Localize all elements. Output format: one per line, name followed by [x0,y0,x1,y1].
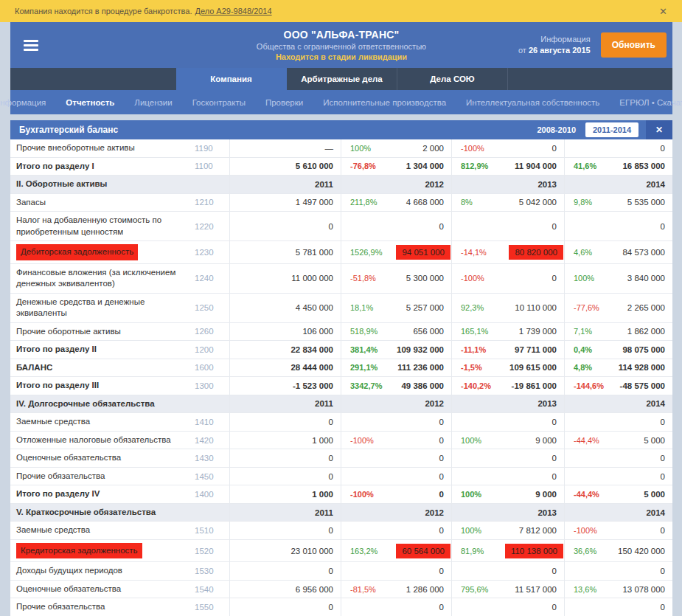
pct-change: 41,6% [565,162,596,170]
year-label: 2012 [425,399,451,408]
row-name: Прочие внеоборотные активы [16,143,135,152]
year-label: 2011 [315,180,341,189]
value-2012: 0 [439,454,451,463]
row-name: Оценочные обязательства [16,584,121,593]
banner-close-icon[interactable]: ✕ [659,6,667,17]
value-2012: 0 [439,418,451,426]
subnav-item-1[interactable]: Отчетность [66,98,114,107]
value-2011: 0 [329,603,341,612]
pct-change: -140,2% [452,381,491,390]
value-2011: -1 523 000 [293,381,341,390]
value-2011: 1 000 [312,490,341,499]
row-code: 1250 [195,303,229,312]
pct-change: 163,2% [341,547,377,556]
year-label: 2013 [537,508,564,517]
table-row: Итого по разделу I11005 610 000-76,8%1 3… [10,158,672,176]
info-from: от [518,46,526,55]
row-code: 1450 [195,472,229,481]
table-row: Итого по разделу II120022 834 000381,4%1… [10,341,672,359]
company-subnav: ИнформацияОтчетностьЛицензииГосконтракты… [10,90,672,114]
value-2014: 3 840 000 [627,274,672,283]
row-code: 1510 [195,526,229,535]
row-code: 1400 [195,490,229,499]
subnav-item-0[interactable]: Информация [0,98,46,107]
subnav-item-5[interactable]: Исполнительные производства [323,98,446,107]
pct-change: -100% [452,144,484,153]
update-button[interactable]: Обновить [601,32,667,58]
pct-change: 211,8% [341,198,377,207]
year-label: 2012 [425,180,451,189]
value-2013: 11 517 000 [515,585,564,594]
panel-title: Бухгалтерский баланс [10,125,118,135]
year-label: 2014 [646,508,672,517]
pct-change: -77,6% [565,303,599,312]
value-2011: 23 010 000 [290,547,341,556]
row-name: Отложенные налоговые обязательства [16,435,171,444]
row-name-highlighted: Кредиторская задолженность [16,543,142,559]
range-2008-2010-button[interactable]: 2008-2010 [537,125,576,134]
value-highlighted: 60 564 000 [396,544,450,558]
value-2014: 0 [661,144,672,153]
tab-0[interactable]: Компания [176,68,287,90]
value-2011: 11 000 000 [291,274,341,283]
menu-icon[interactable] [24,40,38,53]
section-title: II. Оборотные активы [10,176,229,193]
row-name: БАЛАНС [16,363,52,372]
value-2013: 9 000 [535,490,564,499]
value-2011: 0 [329,454,341,463]
tab-1[interactable]: Арбитражные дела [287,68,397,90]
value-2012: 0 [439,472,451,481]
subnav-item-3[interactable]: Госконтракты [192,98,246,107]
subnav-item-4[interactable]: Проверки [265,98,303,107]
value-2011: 106 000 [302,327,341,336]
row-name: Прочие обязательства [16,471,105,480]
table-row: Налог на добавленную стоимость по приобр… [10,212,672,241]
tab-2[interactable]: Дела СОЮ [397,68,508,90]
bankruptcy-banner: Компания находится в процедуре банкротст… [0,0,682,22]
pct-change: 165,1% [452,327,488,336]
value-2013: 0 [552,144,564,153]
value-2013: 0 [552,222,564,231]
table-row: Итого по разделу III1300-1 523 0003342,7… [10,377,672,395]
value-2013: 0 [552,454,564,463]
value-2012: 4 668 000 [406,198,451,207]
year-label: 2014 [646,399,672,408]
table-row: Прочие оборотные активы1260106 000518,9%… [10,323,672,342]
row-code: 1600 [195,363,229,372]
pct-change: -1,5% [452,363,482,372]
row-code: 1220 [195,222,229,231]
pct-change: 100% [341,144,371,153]
table-row: Денежные средства и денежные эквиваленты… [10,294,672,323]
value-2011: 0 [329,418,341,426]
table-row: БАЛАНС160028 444 000291,1%111 236 000-1,… [10,359,672,378]
value-highlighted: 110 138 000 [505,544,563,558]
year-label: 2013 [537,180,564,189]
bankruptcy-case-link[interactable]: Дело А29-9848/2014 [195,7,271,15]
table-row: Прочие внеоборотные активы1190—100%2 000… [10,139,672,158]
pct-change: -100% [452,274,484,283]
range-2011-2014-button[interactable]: 2011-2014 [585,122,638,137]
value-2014: 84 573 000 [622,248,672,257]
subnav-item-6[interactable]: Интеллектуальная собственность [466,98,599,107]
value-2013: 1 739 000 [519,327,564,336]
row-code: 1550 [195,603,229,612]
liquidation-status-link[interactable]: Находится в стадии ликвидации [257,52,426,62]
value-2012: 1 286 000 [406,585,451,594]
value-2012: 0 [439,603,451,612]
section-title: V. Краткосрочные обязательства [10,504,229,522]
row-name: Заемные средства [16,525,90,534]
value-2014: 98 075 000 [622,345,672,354]
row-code: 1530 [195,567,229,575]
subnav-item-7[interactable]: ЕГРЮЛ • Скачать [619,98,682,107]
value-2011: 0 [329,526,341,535]
row-name: Финансовые вложения (за исключением дене… [16,268,175,288]
panel-close-icon[interactable]: ✕ [646,120,672,139]
value-2011: 28 444 000 [290,363,341,372]
info-date-block: Информация от 26 августа 2015 [518,34,591,57]
value-2012: 109 932 000 [397,345,451,354]
row-code: 1520 [195,547,229,556]
pct-change: 381,4% [341,345,377,354]
year-label: 2011 [315,508,341,517]
page-container: ООО "АЛЬФА-ТРАНС" Общества с ограниченно… [10,22,672,616]
subnav-item-2[interactable]: Лицензии [134,98,172,107]
